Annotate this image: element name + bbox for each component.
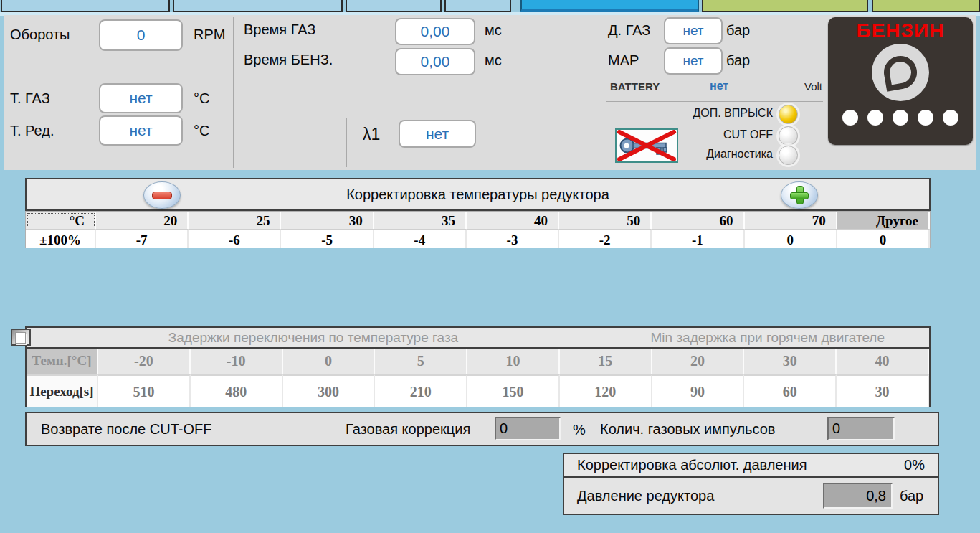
value-cell[interactable]: 0 — [837, 229, 930, 248]
extra-injection-led — [779, 105, 798, 124]
reducer-pressure-value: 0,8 — [866, 488, 886, 504]
value-cell[interactable]: -3 — [467, 229, 559, 248]
switch-delays-header-row: Темп.[°C] -20 -10 0 5 10 15 20 30 40 — [27, 349, 929, 374]
tab-1[interactable] — [1, 0, 170, 12]
header-cell: Темп.[°C] — [27, 349, 98, 374]
gas-level-dots — [842, 110, 958, 126]
abs-pressure-correction-strip: Корректировка абсолют. давления 0% — [564, 454, 938, 478]
value-cell[interactable]: 480 — [191, 374, 283, 407]
divider — [346, 118, 347, 167]
header-cell[interactable]: -10 — [191, 349, 283, 374]
header-cell[interactable]: 20 — [96, 212, 189, 229]
d-gas-unit: бар — [726, 22, 750, 39]
reducer-correction-value-row: ±100% -7 -6 -5 -4 -3 -2 -1 0 0 — [25, 229, 931, 248]
value-cell[interactable]: 210 — [375, 374, 467, 407]
gas-pulses-label: Колич. газовых импульсов — [600, 421, 775, 438]
value-cell[interactable]: -5 — [281, 229, 374, 248]
abs-pressure-correction-label: Корректировка абсолют. давления — [577, 457, 807, 473]
header-cell[interactable]: 35 — [374, 212, 467, 229]
t-gas-value: нет — [129, 90, 152, 107]
time-gas-value: 0,00 — [421, 23, 450, 40]
value-cell[interactable]: 300 — [283, 374, 376, 407]
value-cell[interactable]: 0 — [745, 229, 837, 248]
value-cell[interactable]: 510 — [98, 374, 191, 407]
switch-delays-titlebar: Задержки переключения по температуре газ… — [27, 328, 929, 349]
value-cell[interactable]: -6 — [189, 229, 281, 248]
value-cell[interactable]: 60 — [744, 374, 837, 407]
header-cell[interactable]: 30 — [744, 349, 837, 374]
header-cell[interactable]: 40 — [467, 212, 559, 229]
header-cell[interactable]: 5 — [375, 349, 467, 374]
min-delay-checkbox[interactable] — [11, 329, 31, 346]
gas-correction-input[interactable]: 0 — [495, 417, 561, 440]
t-red-value: нет — [129, 122, 152, 139]
header-cell[interactable]: 50 — [559, 212, 652, 229]
tab-7[interactable] — [872, 0, 980, 12]
rpm-unit: RPM — [194, 27, 225, 43]
fuel-badge-label: БЕНЗИН — [857, 19, 945, 42]
time-gas-display: 0,00 — [395, 18, 475, 45]
tab-2[interactable] — [173, 0, 343, 12]
switch-delays-value-row: Переход[s] 510 480 300 210 150 120 90 60… — [27, 374, 929, 407]
value-cell[interactable]: 30 — [837, 374, 929, 407]
value-cell[interactable]: 120 — [560, 374, 652, 407]
value-cell[interactable]: -7 — [96, 229, 189, 248]
reducer-pressure-unit: бар — [900, 488, 923, 504]
level-dot — [893, 110, 908, 126]
tab-6[interactable] — [702, 0, 868, 12]
header-cell[interactable]: 20 — [652, 349, 745, 374]
value-cell[interactable]: ±100% — [26, 229, 96, 248]
gas-pulses-input[interactable]: 0 — [827, 417, 895, 440]
header-cell[interactable]: 15 — [560, 349, 652, 374]
plus-icon — [789, 185, 809, 205]
value-cell[interactable]: -1 — [652, 229, 744, 248]
lambda1-label: λ1 — [363, 125, 380, 144]
time-benz-display: 0,00 — [395, 48, 475, 75]
header-cell[interactable]: 40 — [837, 349, 929, 374]
d-gas-display: нет — [664, 17, 723, 44]
header-cell[interactable]: 60 — [652, 212, 744, 229]
tab-5-active[interactable] — [520, 0, 699, 12]
level-dot — [943, 110, 958, 126]
value-cell[interactable]: -2 — [559, 229, 652, 248]
header-cell[interactable]: °C — [26, 212, 96, 229]
tab-3[interactable] — [346, 0, 442, 12]
time-benz-label: Время БЕНЗ. — [244, 52, 333, 68]
lambda1-value: нет — [426, 126, 449, 143]
divider — [239, 105, 595, 105]
header-cell-other[interactable]: Другое — [837, 212, 930, 229]
map-display: нет — [664, 47, 723, 75]
tab-4[interactable] — [444, 0, 511, 12]
t-red-unit: °C — [194, 123, 209, 139]
header-cell[interactable]: 30 — [281, 212, 374, 229]
t-red-label: Т. Ред. — [10, 123, 54, 139]
header-cell[interactable]: 0 — [283, 349, 376, 374]
abs-pressure-correction-value: 0% — [904, 457, 925, 473]
gas-correction-unit: % — [573, 422, 586, 438]
header-cell[interactable]: 70 — [745, 212, 837, 229]
header-cell[interactable]: -20 — [98, 349, 191, 374]
plus-button[interactable] — [781, 181, 818, 209]
rpm-value: 0 — [137, 27, 146, 44]
header-cell[interactable]: 10 — [467, 349, 560, 374]
gas-pulses-value: 0 — [832, 420, 840, 437]
divider — [606, 101, 823, 102]
fuel-switch-badge[interactable]: БЕНЗИН — [828, 17, 973, 145]
minus-button[interactable] — [143, 181, 181, 209]
map-value: нет — [682, 53, 703, 69]
extra-injection-label: ДОП. ВПРЫСК — [588, 107, 773, 120]
battery-value: нет — [710, 80, 728, 93]
gas-drop-logo-icon — [872, 44, 929, 101]
t-gas-label: Т. ГАЗ — [10, 90, 50, 107]
time-gas-unit: мс — [485, 22, 502, 39]
battery-unit: Volt — [804, 80, 822, 93]
t-gas-unit: °C — [194, 90, 209, 107]
reducer-pressure-input[interactable]: 0,8 — [823, 483, 893, 509]
value-cell[interactable]: -4 — [374, 229, 467, 248]
value-cell[interactable]: 90 — [652, 374, 745, 407]
battery-label: BATTERY — [610, 80, 660, 93]
d-gas-value: нет — [682, 23, 703, 39]
value-cell[interactable]: 150 — [467, 374, 560, 407]
d-gas-label: Д. ГАЗ — [608, 22, 650, 39]
header-cell[interactable]: 25 — [189, 212, 281, 229]
